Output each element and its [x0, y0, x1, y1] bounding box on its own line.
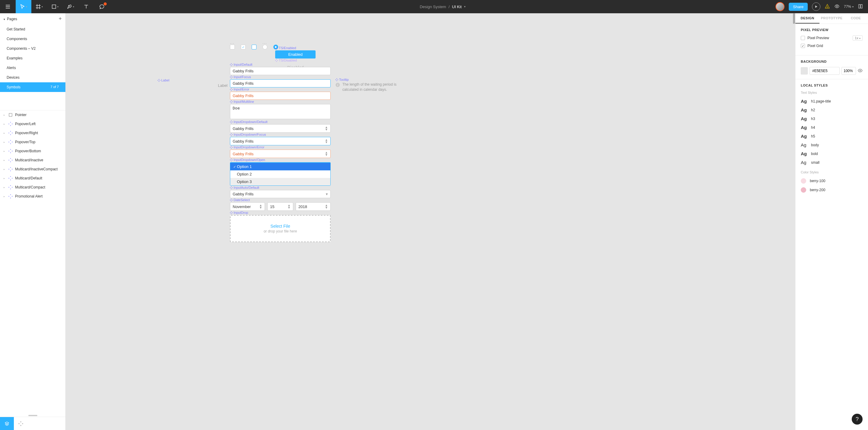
hamburger-menu-icon[interactable] — [0, 0, 16, 13]
user-avatar[interactable] — [775, 2, 784, 11]
component-tag-label[interactable]: Label — [158, 78, 169, 82]
dropdown-option-3[interactable]: Option 3 — [230, 178, 330, 185]
color-style-item[interactable]: berry-100 — [801, 176, 863, 185]
visibility-toggle-icon[interactable] — [858, 68, 863, 74]
canvas[interactable]: Label Label ... ... TS/Enabled — [66, 13, 795, 430]
tab-prototype[interactable]: PROTOTYPE — [819, 13, 844, 24]
dropdown-open[interactable]: Option 1 Option 2 Option 3 — [230, 162, 331, 186]
frame-icon — [8, 113, 13, 117]
chevron-down-icon[interactable]: ▾ — [464, 5, 466, 8]
scrollbar-thumb[interactable] — [793, 13, 795, 24]
dropdown-default[interactable]: Gabby Frills▲▼ — [230, 124, 331, 133]
date-month-select[interactable]: November▲▼ — [230, 202, 265, 211]
page-item[interactable]: Devices — [0, 73, 65, 82]
component-tag-ts-enabled[interactable]: TS/Enabled — [275, 46, 315, 50]
component-tag-input-default[interactable]: Input/Default — [230, 63, 331, 66]
background-hex-input[interactable] — [809, 67, 840, 75]
page-item[interactable]: Symbols7 of 7 — [0, 82, 65, 92]
pages-header[interactable]: ▾Pages + — [0, 13, 65, 24]
input-drop-zone[interactable]: Select File or drop your file here — [230, 215, 331, 242]
ts-enabled-button[interactable]: Enabled — [275, 50, 315, 58]
component-tag-dd-focus[interactable]: InputDropdown/Focus — [230, 133, 331, 136]
layer-item[interactable]: ▸Popover/Left — [0, 119, 65, 128]
comment-tool-icon[interactable] — [94, 0, 110, 13]
background-opacity-input[interactable] — [841, 67, 856, 75]
component-tag-inputdrop[interactable]: InputDrop — [230, 211, 331, 214]
background-swatch[interactable] — [801, 67, 808, 75]
select-file-link[interactable]: Select File — [270, 224, 290, 229]
pixel-scale-select[interactable]: 1x ▾ — [852, 35, 863, 41]
layer-item[interactable]: ▸Multicard/Inactive — [0, 155, 65, 165]
warning-icon[interactable] — [825, 4, 830, 10]
page-item[interactable]: Components — [0, 34, 65, 44]
date-day-select[interactable]: 15▲▼ — [267, 202, 293, 211]
component-tag-input-error[interactable]: Input/Error — [230, 87, 331, 91]
layer-item[interactable]: ▸Popover/Right — [0, 128, 65, 138]
text-style-item[interactable]: Agh4 — [801, 123, 863, 132]
tab-code[interactable]: CODE — [844, 13, 868, 24]
pixel-preview-checkbox[interactable] — [801, 36, 805, 40]
share-button[interactable]: Share — [789, 3, 808, 11]
move-tool-icon[interactable]: ▾ — [16, 0, 31, 13]
checkbox-focused[interactable] — [252, 45, 256, 50]
components-tab-icon[interactable] — [14, 417, 28, 430]
shape-tool-icon[interactable]: ▾ — [47, 0, 63, 13]
component-tag-auto[interactable]: InputAuto/Default — [230, 186, 331, 190]
dropdown-error[interactable]: Gabby Frills▲▼ — [230, 149, 331, 158]
text-style-item[interactable]: Agh2 — [801, 106, 863, 114]
pen-tool-icon[interactable]: ▾ — [63, 0, 79, 13]
layer-item[interactable]: ▸Multicard/InactiveCompact — [0, 165, 65, 174]
dropdown-option-2[interactable]: Option 2 — [230, 170, 330, 178]
checkbox-checked[interactable] — [241, 45, 246, 50]
page-item[interactable]: Examples — [0, 53, 65, 63]
input-multiline[interactable] — [230, 104, 331, 119]
library-icon[interactable] — [858, 4, 863, 10]
dropdown-option-1[interactable]: Option 1 — [230, 163, 330, 170]
page-item[interactable]: Components – V2 — [0, 44, 65, 53]
checkbox-unchecked[interactable] — [230, 45, 235, 50]
component-tag-tooltip[interactable]: Tooltip — [336, 78, 405, 81]
component-tag-ts-disabled[interactable]: TS/Disabled — [275, 58, 315, 62]
help-button[interactable]: ? — [852, 414, 863, 425]
input-auto[interactable]: Gabby Frills▾ — [230, 190, 331, 198]
input-default[interactable] — [230, 67, 331, 75]
date-year-select[interactable]: 2018▲▼ — [296, 202, 331, 211]
text-style-item[interactable]: Agh1.page-title — [801, 97, 863, 106]
breadcrumb-current[interactable]: UI Kit — [452, 4, 462, 9]
tab-design[interactable]: DESIGN — [795, 13, 819, 24]
layer-item[interactable]: ▸Pointer — [0, 110, 65, 119]
layers-tab-icon[interactable] — [0, 417, 14, 430]
layer-item[interactable]: ▸Popover/Bottom — [0, 147, 65, 155]
pixel-grid-checkbox[interactable] — [801, 44, 805, 48]
color-style-item[interactable]: berry-200 — [801, 185, 863, 195]
component-tag-input-multiline[interactable]: Input/Multiline — [230, 100, 331, 104]
breadcrumb-parent[interactable]: Design System — [420, 4, 446, 9]
page-item[interactable]: Get Started — [0, 24, 65, 34]
component-tag-input-focus[interactable]: Input/Focus — [230, 75, 331, 79]
text-style-item[interactable]: Agbody — [801, 141, 863, 149]
component-tag-dateselect[interactable]: DateSelect — [230, 198, 331, 202]
text-style-item[interactable]: Agsmall — [801, 158, 863, 167]
component-tag-dd-default[interactable]: InputDropdown/Default — [230, 120, 331, 124]
layer-item[interactable]: ▸Multicard/Default — [0, 174, 65, 183]
layer-item[interactable]: ▸Multicard/Compact — [0, 183, 65, 192]
layer-item[interactable]: ▸Promotional Alert — [0, 192, 65, 201]
present-button[interactable] — [812, 2, 820, 11]
page-item[interactable]: Alerts — [0, 63, 65, 73]
radio-unselected[interactable] — [262, 45, 267, 50]
text-style-item[interactable]: Agbold — [801, 149, 863, 158]
zoom-control[interactable]: 77%▾ — [844, 4, 854, 9]
component-tag-dd-open[interactable]: InputDropdown/Open — [230, 158, 331, 162]
input-focus[interactable] — [230, 79, 331, 87]
breadcrumb[interactable]: Design System / UI Kit ▾ — [110, 4, 775, 9]
text-style-item[interactable]: Agh3 — [801, 114, 863, 123]
input-error[interactable] — [230, 92, 331, 100]
frame-tool-icon[interactable]: ▾ — [31, 0, 47, 13]
dropdown-focus[interactable]: Gabby Frills▲▼ — [230, 137, 331, 145]
layer-item[interactable]: ▸Popover/Top — [0, 138, 65, 147]
text-tool-icon[interactable] — [79, 0, 94, 13]
text-style-item[interactable]: Agh5 — [801, 132, 863, 141]
visibility-icon[interactable] — [834, 4, 840, 10]
add-page-icon[interactable]: + — [59, 16, 62, 22]
component-tag-dd-error[interactable]: InputDropdown/Error — [230, 145, 331, 149]
